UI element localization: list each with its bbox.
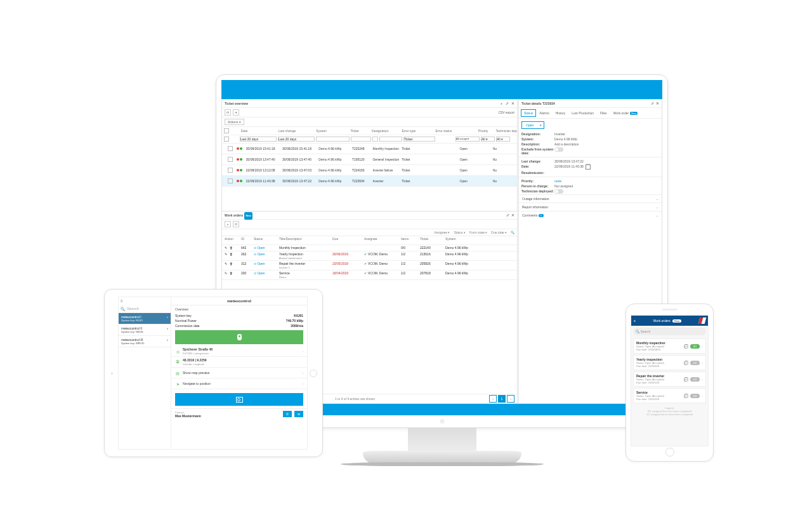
edit-icon[interactable]: ✎ [225,271,228,275]
system-item[interactable]: ›meteocontrol ISystem key: K6J01 [119,313,171,324]
col-designation[interactable]: Designation [372,129,402,133]
row-checkbox[interactable] [228,146,233,151]
toggle[interactable] [554,147,563,152]
col-ticket[interactable]: Ticket [350,129,372,133]
map-preview-row[interactable]: ▥Show map preview› [171,368,307,378]
filter-tech[interactable]: All ▾ [496,137,510,142]
menu-icon[interactable]: ≡ [634,319,636,323]
close-icon[interactable]: ✕ [511,102,514,105]
col-items[interactable]: Items [401,237,420,241]
wo-filter[interactable]: Status ▾ [454,231,466,234]
row-checkbox[interactable] [228,157,233,162]
tab-work-order[interactable]: Work orderNew [610,109,641,117]
col-priority[interactable]: Priority [478,129,496,133]
col-title[interactable]: Title/Description [279,237,332,241]
ticket-row[interactable]: 30/08/2019 15:41:1830/08/2019 15:41:18De… [222,144,517,154]
pager-prev[interactable]: ‹ [489,395,497,403]
edit-icon[interactable]: ✎ [225,262,228,265]
tab-status[interactable]: Status [521,109,536,117]
close-icon[interactable]: ✕ [656,102,659,105]
tab-files[interactable]: Files [597,109,610,117]
map-banner[interactable] [175,330,303,344]
work-order-card[interactable]: Monthly inspectionStatus: Open (Accepted… [633,338,706,354]
tab-alarms[interactable]: Alarms [536,109,553,117]
row-checkbox[interactable] [228,168,233,173]
add-wo-icon[interactable]: + [225,221,231,227]
wo-filter[interactable]: Due date ▾ [491,231,507,234]
work-order-card[interactable]: Yearly inspectionStatus: Open (Accepted)… [633,355,706,370]
work-order-row[interactable]: ✎🗑262⊙ OpenYearly InspectionAnnual maint… [222,251,517,261]
menu-icon[interactable]: ≡ [119,297,171,305]
work-order-row[interactable]: ✎🗑200⊙ OpenServiceDemo18/04/2019✔VCOM, D… [222,271,517,280]
filter-date[interactable]: Last 20 days [240,137,277,142]
add-icon[interactable]: + [501,102,503,105]
delete-icon[interactable]: 🗑 [230,271,233,275]
filter-icon[interactable]: ▾ [233,109,239,116]
filter-error-type[interactable]: Ticket [403,137,435,142]
maximize-icon[interactable]: ⤢ [506,213,509,217]
ticket-row[interactable]: 22/08/2019 11:40:3830/08/2019 13:47:22De… [222,176,517,187]
filter-system[interactable] [316,137,350,142]
col-due[interactable]: Due [332,237,364,241]
actions-dropdown[interactable]: Actions ▾ [225,119,244,125]
wo-filter[interactable]: Assignee ▾ [434,231,450,234]
col-status[interactable]: Status [254,237,279,241]
col-last-change[interactable]: Last change [278,129,316,133]
status-dropdown[interactable]: Open [521,121,544,129]
pager-next[interactable]: › [507,395,514,403]
col-system[interactable]: System [445,237,483,241]
tab-lost-production[interactable]: Lost Production [568,109,597,117]
system-item[interactable]: ›meteocontrol IISystem key: G0531 [119,324,171,336]
wo-filter[interactable]: Form state ▾ [469,231,487,234]
filter-ticket[interactable] [351,137,371,142]
work-order-row[interactable]: ✎🗑312⊙ OpenRepair the inverterInverter 1… [222,261,517,271]
contact-banner[interactable] [175,393,303,406]
search-input[interactable]: 🔍Search [119,305,171,313]
collapsible-section[interactable]: Report information⌄ [519,203,662,211]
work-order-card[interactable]: ServiceStatus: Open (Accepted)Due date: … [633,388,706,403]
filter-last-change[interactable]: Last 20 days [278,137,315,142]
maximize-icon[interactable]: ⤢ [651,102,654,105]
edit-icon[interactable]: ✎ [225,246,228,250]
delete-icon[interactable]: 🗑 [230,246,233,250]
tab-history[interactable]: History [553,109,569,117]
row-checkbox[interactable] [228,178,233,184]
refresh-wo-icon[interactable]: ⟳ [233,221,239,227]
pager-page-1[interactable]: 1 [498,395,506,403]
phone-button[interactable]: ✆ [283,411,292,417]
select-all-checkbox[interactable] [224,128,229,133]
col-date[interactable]: Date [240,129,278,133]
col-id[interactable]: ID [241,237,254,241]
filter-priority[interactable]: All ▾ [481,137,495,142]
calendar-icon[interactable] [586,164,591,170]
col-error-status[interactable]: Error status [435,129,454,133]
delete-icon[interactable]: 🗑 [230,252,233,256]
ticket-row[interactable]: 22/08/2019 13:12:0830/08/2019 13:47:03De… [222,165,517,176]
phone-search-input[interactable]: 🔍 Search [633,328,706,335]
ticket-row[interactable]: 30/08/2019 13:47:4030/08/2019 13:47:40De… [222,154,517,165]
refresh-icon[interactable]: ⟳ [225,109,231,116]
coords-row[interactable]: ⦿48.3319 | 9.2259Latitude, Longitude [171,357,307,368]
navigate-row[interactable]: ➤Navigate to position› [171,378,307,389]
filter-designation[interactable] [379,137,402,142]
col-assignee[interactable]: Assignee [364,237,401,241]
csv-export-button[interactable]: CSV export [498,110,514,114]
system-item[interactable]: ›meteocontrol IIISystem key: WBY45 [119,336,171,347]
filter-error-status[interactable]: All except ▾ [455,137,480,142]
col-action[interactable]: Action [222,237,241,241]
col-tech[interactable]: Technician deployed [495,129,517,133]
col-system[interactable]: System [316,129,350,133]
collapsible-section[interactable]: Outage information⌄ [519,194,662,203]
col-error-type[interactable]: Error type [402,129,434,133]
work-order-row[interactable]: ✎🗑642⊙ OpenMonthly Inspection0/0222140De… [222,245,517,251]
toggle[interactable] [554,189,563,194]
col-ticket[interactable]: Ticket [420,237,445,241]
maximize-icon[interactable]: ⤢ [506,102,509,105]
search-icon[interactable]: 🔍 [511,231,514,234]
mail-button[interactable]: ✉ [294,411,303,417]
edit-icon[interactable]: ✎ [225,252,228,256]
address-row[interactable]: ◎Spicherer Straße 48D-67065 Ludwigshafen… [171,346,307,357]
work-order-card[interactable]: Repair the inverterStatus: Open (Accepte… [633,371,706,387]
close-icon[interactable]: ✕ [511,213,514,217]
collapsible-section[interactable]: Comments 0⌄ [519,211,662,219]
